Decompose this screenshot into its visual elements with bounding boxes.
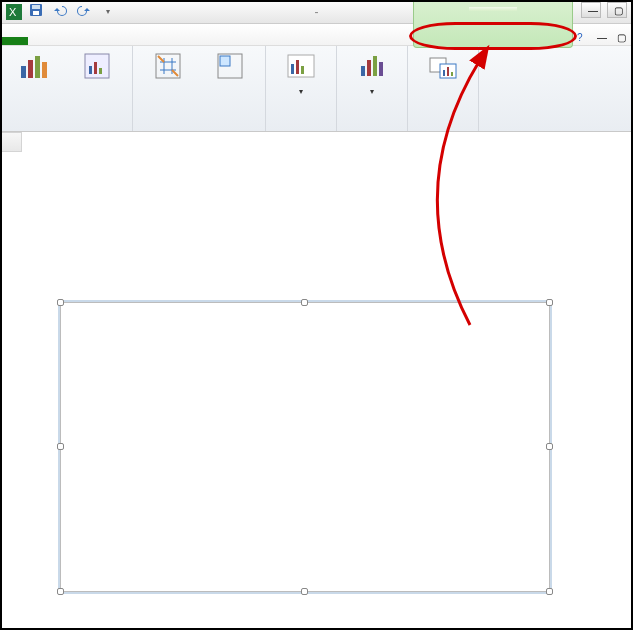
svg-rect-28 — [451, 72, 453, 76]
move-chart-icon — [427, 50, 459, 82]
minimize-button[interactable]: — — [581, 2, 601, 18]
cells-area[interactable] — [22, 152, 633, 630]
quick-styles-button[interactable]: ▾ — [343, 48, 401, 99]
workbook-restore-button[interactable]: ▢ — [611, 29, 627, 45]
quick-styles-icon — [356, 50, 388, 82]
workbook-minimize-button[interactable]: — — [591, 29, 607, 45]
svg-rect-6 — [28, 60, 33, 78]
window-controls: — ▢ — [581, 2, 627, 18]
group-type — [0, 46, 133, 131]
svg-rect-21 — [367, 60, 371, 76]
svg-rect-26 — [443, 70, 445, 76]
restore-button[interactable]: ▢ — [607, 2, 627, 18]
svg-rect-5 — [21, 66, 26, 78]
svg-rect-20 — [361, 66, 365, 76]
worksheet-grid[interactable] — [0, 132, 633, 630]
tab-review[interactable] — [112, 39, 128, 45]
change-chart-type-button[interactable] — [6, 48, 64, 88]
group-location-title — [414, 127, 472, 131]
pie-chart[interactable] — [91, 353, 331, 556]
group-chart-styles-title — [343, 127, 401, 131]
tab-home[interactable] — [32, 39, 48, 45]
svg-rect-10 — [89, 66, 92, 74]
qat-customize-button[interactable]: ▾ — [98, 2, 118, 22]
group-data-title — [139, 127, 259, 131]
select-all-corner[interactable] — [0, 132, 22, 152]
svg-rect-11 — [94, 62, 97, 74]
undo-icon — [53, 3, 67, 20]
select-data-icon — [214, 50, 246, 82]
undo-button[interactable] — [50, 2, 70, 22]
chart-tools-contextual-tab — [413, 0, 573, 48]
move-chart-button[interactable] — [414, 48, 472, 88]
svg-rect-19 — [301, 66, 304, 74]
row-headers[interactable] — [0, 152, 22, 630]
excel-app-icon: X — [6, 4, 22, 20]
switch-icon — [152, 50, 184, 82]
save-icon — [29, 3, 43, 20]
svg-text:X: X — [9, 6, 17, 18]
group-chart-layouts: ▾ — [266, 46, 337, 131]
group-chart-layouts-title — [272, 127, 330, 131]
tab-page-layout[interactable] — [64, 39, 80, 45]
chevron-down-icon: ▾ — [106, 7, 110, 16]
column-headers[interactable] — [22, 132, 633, 152]
svg-rect-3 — [32, 5, 40, 9]
select-data-button[interactable] — [201, 48, 259, 88]
svg-rect-15 — [220, 56, 230, 66]
switch-row-column-button[interactable] — [139, 48, 197, 88]
svg-rect-18 — [296, 60, 299, 74]
quick-layout-button[interactable]: ▾ — [272, 48, 330, 99]
embedded-chart[interactable] — [60, 302, 550, 592]
redo-button[interactable] — [74, 2, 94, 22]
group-type-title — [6, 127, 126, 131]
svg-rect-27 — [447, 67, 449, 76]
svg-rect-8 — [42, 62, 47, 78]
help-icon: ? — [577, 32, 583, 43]
tab-formulas[interactable] — [80, 39, 96, 45]
svg-rect-4 — [33, 11, 39, 15]
redo-icon — [77, 3, 91, 20]
tab-design[interactable] — [469, 7, 485, 11]
tab-insert[interactable] — [48, 39, 64, 45]
group-location — [408, 46, 479, 131]
svg-rect-17 — [291, 64, 294, 74]
tab-layout[interactable] — [485, 7, 501, 11]
svg-rect-12 — [99, 68, 102, 74]
help-button[interactable]: ? — [571, 29, 587, 45]
tab-format[interactable] — [501, 7, 517, 11]
save-button[interactable] — [26, 2, 46, 22]
tab-view[interactable] — [128, 39, 144, 45]
tab-file[interactable] — [0, 37, 28, 45]
group-data — [133, 46, 266, 131]
group-chart-styles: ▾ — [337, 46, 408, 131]
svg-rect-23 — [379, 62, 383, 76]
svg-rect-7 — [35, 56, 40, 78]
save-as-template-button[interactable] — [68, 48, 126, 88]
quick-layout-icon — [285, 50, 317, 82]
template-icon — [81, 50, 113, 82]
tab-data[interactable] — [96, 39, 112, 45]
ribbon: ▾ ▾ — [0, 46, 633, 132]
svg-rect-22 — [373, 56, 377, 76]
chart-type-icon — [19, 50, 51, 82]
